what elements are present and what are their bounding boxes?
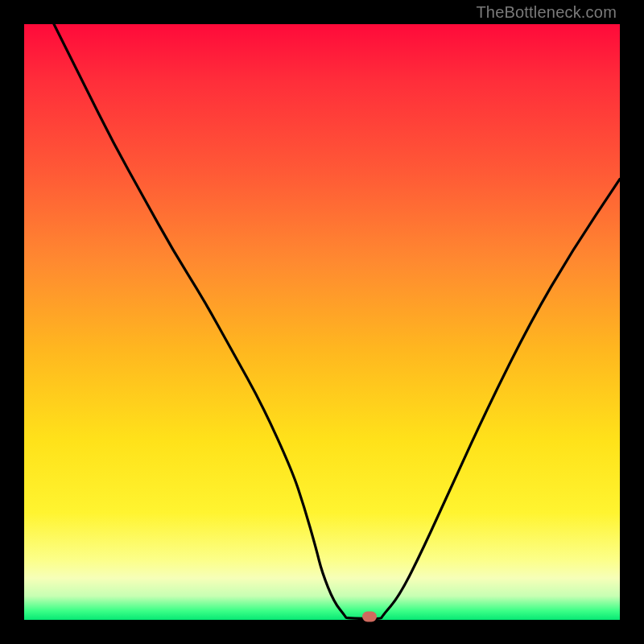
plot-area — [24, 24, 620, 620]
optimum-marker — [362, 612, 377, 622]
watermark-text: TheBottleneck.com — [476, 3, 617, 22]
curve-path — [54, 24, 620, 619]
bottleneck-curve — [24, 24, 620, 620]
chart-frame: TheBottleneck.com — [0, 0, 644, 644]
